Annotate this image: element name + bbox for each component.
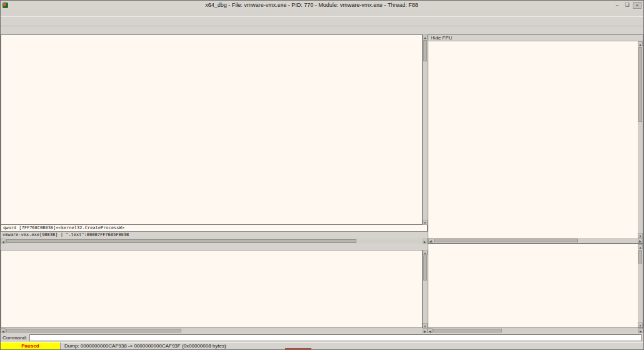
debug-state-badge: Paused [1,342,61,350]
window-title: x64_dbg - File: vmware-vmx.exe - PID: 77… [11,2,613,8]
registers-list[interactable] [428,41,638,238]
scroll-down-arrow[interactable]: ▼ [638,233,643,238]
disassembly-vscrollbar[interactable]: ▲ ▼ [423,34,428,225]
scroll-down-arrow[interactable]: ▼ [423,220,428,225]
command-bar: Command: [1,333,643,342]
scroll-up-arrow[interactable]: ▲ [638,41,643,46]
command-label: Command: [3,335,27,341]
scroll-thumb[interactable] [433,329,502,332]
scroll-left-arrow[interactable]: ◀ [1,239,6,244]
view-tabs [1,26,643,34]
scroll-right-arrow[interactable]: ▶ [638,328,643,333]
scroll-right-arrow[interactable]: ▶ [423,239,428,244]
scroll-left-arrow[interactable]: ◀ [428,238,433,243]
module-status-line: vmware-vmx.exe[90E3B] | ".text":00007FF7… [1,232,428,239]
scroll-down-arrow[interactable]: ▼ [423,323,428,328]
disassembly-pane[interactable] [1,34,423,225]
scroll-thumb[interactable] [638,250,642,264]
restore-button[interactable]: ❏ [623,2,631,9]
scroll-thumb[interactable] [638,47,642,122]
scroll-up-arrow[interactable]: ▲ [638,244,643,249]
stack-hscrollbar[interactable]: ◀ ▶ [428,328,643,333]
stack-dump-pane[interactable] [1,250,423,328]
scroll-up-arrow[interactable]: ▲ [423,250,428,255]
scroll-thumb[interactable] [6,239,356,243]
stack-dump-vscrollbar[interactable]: ▲ ▼ [423,250,428,328]
command-input[interactable] [29,334,641,341]
registers-vscrollbar[interactable]: ▲ ▼ [638,41,643,238]
registers-hscrollbar[interactable]: ◀ ▶ [428,238,643,243]
stack-pane[interactable] [428,244,638,327]
scroll-thumb[interactable] [6,329,181,332]
app-icon [3,3,8,8]
scroll-up-arrow[interactable]: ▲ [423,34,428,39]
x64dbg-window: x64_dbg - File: vmware-vmx.exe - PID: 77… [0,0,644,350]
scroll-thumb[interactable] [423,40,427,61]
stack-vscrollbar[interactable]: ▲ ▼ [638,244,643,327]
cpu-view: ▲ ▼ qword [7FF768C0B838]=<kernel32.Creat… [1,34,643,244]
scroll-thumb[interactable] [423,255,427,281]
hide-fpu-button[interactable]: Hide FPU [428,35,455,41]
scroll-right-arrow[interactable]: ▶ [423,328,428,333]
screen-edge-artifact [285,348,311,349]
dump-column-headers[interactable] [1,244,428,250]
close-button[interactable]: × [633,2,641,9]
window-controls: –❏× [613,2,641,9]
menu-bar [1,9,643,16]
minimize-button[interactable]: – [613,2,621,9]
scroll-thumb[interactable] [434,239,578,242]
scroll-left-arrow[interactable]: ◀ [428,328,433,333]
dump-area: ▲ ▼ ◀ ▶ ▲ ▼ ◀ [1,244,643,333]
registers-pane: Hide FPU ▲ ▼ ◀ ▶ [428,34,643,244]
dump-selection-status: Dump: 0000000000CAF938 -> 0000000000CAF9… [61,343,226,349]
scroll-down-arrow[interactable]: ▼ [638,322,643,327]
scroll-left-arrow[interactable]: ◀ [1,328,6,333]
toolbar [1,16,643,26]
scroll-right-arrow[interactable]: ▶ [638,238,643,243]
stack-dump-hscrollbar[interactable]: ◀ ▶ [1,328,428,333]
instruction-info-line: qword [7FF768C0B838]=<kernel32.CreatePro… [1,225,428,232]
disassembly-hscrollbar[interactable]: ◀ ▶ [1,239,428,244]
title-bar: x64_dbg - File: vmware-vmx.exe - PID: 77… [1,1,643,9]
status-bar: Paused Dump: 0000000000CAF938 -> 0000000… [1,342,643,349]
